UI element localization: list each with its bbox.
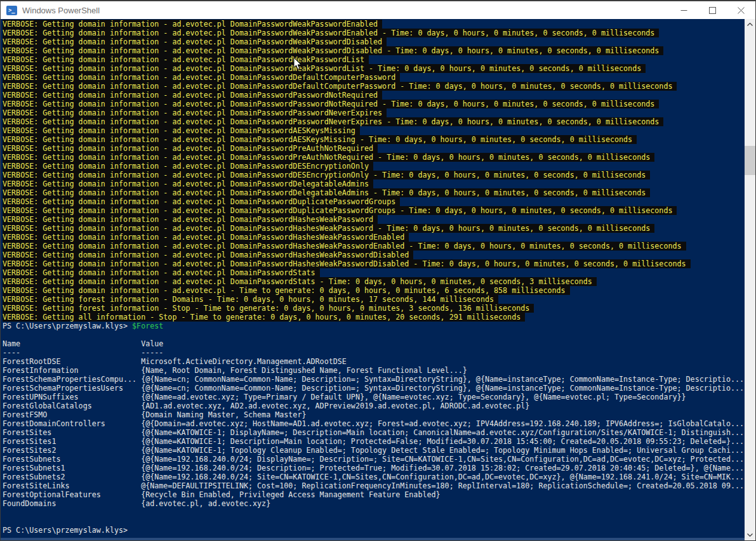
verbose-line: VERBOSE: Getting domain information - ad… xyxy=(3,46,745,55)
maximize-button[interactable] xyxy=(698,1,727,19)
verbose-line: VERBOSE: Getting domain information - ad… xyxy=(3,55,745,64)
blank-line xyxy=(3,517,745,526)
table-row: ForestGlobalCatalogs {AD1.ad.evotec.xyz,… xyxy=(3,401,745,410)
verbose-line: VERBOSE: Getting domain information - ad… xyxy=(3,224,745,233)
minimize-icon xyxy=(680,7,687,14)
console-output[interactable]: VERBOSE: Getting domain information - ad… xyxy=(1,19,755,540)
scroll-down-arrow-icon[interactable] xyxy=(745,530,755,540)
verbose-line: VERBOSE: Getting domain information - ad… xyxy=(3,117,745,126)
verbose-line: VERBOSE: Getting domain information - ad… xyxy=(3,73,745,82)
minimize-button[interactable] xyxy=(670,1,698,19)
verbose-line: VERBOSE: Getting domain information - ad… xyxy=(3,135,745,144)
title-bar: >_ Windows PowerShell xyxy=(1,1,755,19)
verbose-line: VERBOSE: Getting domain information - ad… xyxy=(3,64,745,73)
table-row: ForestDomainControllers {@{Domain=ad.evo… xyxy=(3,419,745,428)
prompt-line: PS C:\Users\przemyslaw.klys> xyxy=(3,526,745,535)
window-title: Windows PowerShell xyxy=(22,6,670,15)
verbose-line: VERBOSE: Getting domain information - ad… xyxy=(3,259,745,268)
verbose-line: VERBOSE: Getting forest information - Do… xyxy=(3,295,745,304)
verbose-line: VERBOSE: Getting domain information - ad… xyxy=(3,100,745,108)
table-row: FoundDomains {ad.evotec.pl, ad.evotec.xy… xyxy=(3,499,745,508)
verbose-line: VERBOSE: Getting domain information - ad… xyxy=(3,82,745,91)
maximize-icon xyxy=(709,7,716,14)
verbose-line: VERBOSE: Getting domain information - ad… xyxy=(3,188,745,197)
table-row: ForestSiteLinks @{Name=DEFAULTIPSITELINK… xyxy=(3,481,745,490)
close-icon xyxy=(738,7,745,14)
verbose-line: VERBOSE: Getting domain information - ad… xyxy=(3,37,745,46)
table-header: Name Value xyxy=(3,339,745,348)
verbose-line: VERBOSE: Getting domain information - ad… xyxy=(3,251,745,259)
table-row: ForestSubnets {@{Name=192.168.240.0/24; … xyxy=(3,455,745,464)
window-bottom-edge xyxy=(1,538,745,540)
scrollbar-thumb[interactable] xyxy=(745,146,755,175)
verbose-line: VERBOSE: Getting domain information - ad… xyxy=(3,91,745,100)
table-row: ForestSubnets2 {@{Name=192.168.240.0/24;… xyxy=(3,473,745,481)
blank-line xyxy=(3,508,745,517)
verbose-line: VERBOSE: Getting domain information - ad… xyxy=(3,20,745,29)
table-header-underline: ---- ----- xyxy=(3,348,745,357)
verbose-line: VERBOSE: Getting all information - Stop … xyxy=(3,313,745,322)
verbose-line: VERBOSE: Getting domain information - ad… xyxy=(3,171,745,179)
verbose-line: VERBOSE: Getting domain information - ad… xyxy=(3,197,745,206)
table-row: ForestSites1 {@{Name=KATOWICE-1; Descrip… xyxy=(3,437,745,446)
verbose-line: VERBOSE: Getting domain information - ad… xyxy=(3,286,745,295)
verbose-line: VERBOSE: Getting domain information - ad… xyxy=(3,162,745,171)
verbose-line: VERBOSE: Getting domain information - ad… xyxy=(3,108,745,117)
vertical-scrollbar[interactable] xyxy=(745,19,755,540)
verbose-line: VERBOSE: Getting domain information - ad… xyxy=(3,153,745,162)
table-row: ForestUPNSuffixes {@{Name=ad.evotec.xyz;… xyxy=(3,393,745,401)
table-row: ForestRootDSE Microsoft.ActiveDirectory.… xyxy=(3,357,745,366)
table-row: ForestSchemaPropertiesUsers {@{Name=cn; … xyxy=(3,384,745,393)
verbose-line: VERBOSE: Getting domain information - ad… xyxy=(3,144,745,153)
verbose-line: VERBOSE: Getting domain information - ad… xyxy=(3,242,745,251)
verbose-line: VERBOSE: Getting domain information - ad… xyxy=(3,233,745,242)
verbose-line: VERBOSE: Getting domain information - ad… xyxy=(3,126,745,135)
table-row: ForestSchemaPropertiesCompu... {@{Name=c… xyxy=(3,375,745,384)
powershell-window: >_ Windows PowerShell VERBOSE: Getting d… xyxy=(0,0,756,541)
table-row: ForestOptionalFeatures {Recycle Bin Enab… xyxy=(3,490,745,499)
verbose-line: VERBOSE: Getting domain information - ad… xyxy=(3,206,745,215)
table-row: ForestFSMO {Domain Naming Master, Schema… xyxy=(3,410,745,419)
prompt-line: PS C:\Users\przemyslaw.klys> $Forest xyxy=(3,322,745,330)
table-row: ForestSubnets1 {@{Name=192.168.240.0/24;… xyxy=(3,464,745,473)
table-row: ForestInformation {Name, Root Domain, Fo… xyxy=(3,366,745,375)
verbose-line: VERBOSE: Getting domain information - ad… xyxy=(3,29,745,37)
verbose-line: VERBOSE: Getting domain information - ad… xyxy=(3,277,745,286)
blank-line xyxy=(3,330,745,339)
table-row: ForestSites2 {@{Name=KATOWICE-1; Topolog… xyxy=(3,446,745,455)
verbose-line: VERBOSE: Getting domain information - ad… xyxy=(3,179,745,188)
table-row: ForestSites {@{Name=KATOWICE-1; DisplayN… xyxy=(3,428,745,437)
verbose-line: VERBOSE: Getting domain information - ad… xyxy=(3,268,745,277)
powershell-icon[interactable]: >_ xyxy=(6,6,17,15)
verbose-line: VERBOSE: Getting forest information - St… xyxy=(3,304,745,313)
close-button[interactable] xyxy=(727,1,755,19)
scroll-up-arrow-icon[interactable] xyxy=(745,19,755,30)
verbose-line: VERBOSE: Getting domain information - ad… xyxy=(3,215,745,224)
